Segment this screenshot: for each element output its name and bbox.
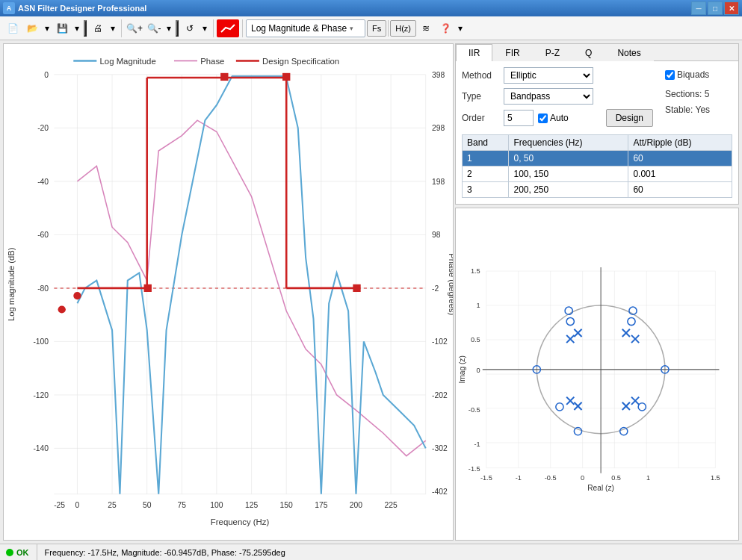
design-button[interactable]: Design	[606, 109, 653, 127]
svg-rect-60	[282, 73, 290, 81]
close-button[interactable]: ✕	[724, 1, 739, 15]
type-select[interactable]: Bandpass	[504, 88, 593, 105]
ok-indicator: OK	[6, 548, 29, 557]
dropdown-arrow5[interactable]: ▾	[200, 19, 210, 37]
band-cell: 2	[463, 167, 509, 182]
tabs: IIR FIR P-Z Q Notes	[456, 44, 738, 61]
svg-text:25: 25	[108, 501, 117, 509]
new-button[interactable]: 📄	[3, 19, 22, 37]
svg-text:0: 0	[477, 367, 480, 374]
att-cell: 60	[628, 182, 732, 198]
svg-text:125: 125	[245, 501, 259, 509]
biquads-label[interactable]: Biquads	[665, 67, 732, 84]
svg-text:298: 298	[432, 125, 445, 133]
table-row[interactable]: 2 100, 150 0.001	[463, 167, 732, 182]
chart-type-dropdown[interactable]: Log Magnitude & Phase ▾	[246, 19, 365, 37]
svg-text:-60: -60	[37, 231, 49, 240]
svg-text:-1: -1	[516, 474, 522, 482]
svg-text:-1.5: -1.5	[480, 474, 492, 482]
method-row: Method Elliptic	[462, 67, 653, 84]
dropdown-arrow1[interactable]: ▾	[42, 19, 52, 37]
freq-cell: 100, 150	[509, 167, 628, 182]
signal-button[interactable]: ≋	[416, 19, 436, 37]
svg-text:-0.5: -0.5	[469, 406, 480, 414]
toolbar: 📄 📂 ▾ 💾 ▾ 🖨 ▾ 🔍+ 🔍- ▾ ↺ ▾ Log Magnitude …	[0, 16, 742, 40]
zoom-in-button[interactable]: 🔍+	[125, 19, 144, 37]
freq-col-header: Frequencies (Hz)	[509, 135, 628, 151]
dropdown-arrow6[interactable]: ▾	[455, 19, 466, 37]
svg-text:225: 225	[384, 501, 398, 509]
method-select[interactable]: Elliptic	[504, 67, 593, 84]
svg-text:Phase: Phase	[200, 57, 224, 66]
refresh-button[interactable]: ↺	[180, 19, 200, 37]
minimize-button[interactable]: ─	[691, 1, 706, 15]
svg-text:100: 100	[210, 501, 223, 509]
status-separator	[37, 544, 37, 561]
svg-text:-302: -302	[432, 445, 448, 453]
open-button[interactable]: 📂	[22, 19, 42, 37]
biquads-checkbox[interactable]	[665, 70, 675, 80]
stable-row: Stable: Yes	[665, 102, 732, 119]
freq-cell: 0, 50	[509, 151, 628, 167]
auto-checkbox-label[interactable]: Auto	[538, 113, 569, 123]
type-row: Type Bandpass	[462, 88, 653, 105]
right-info-panel: Biquads Sections: 5 Stable: Yes	[665, 67, 732, 131]
title-bar: A ASN Filter Designer Professional ─ □ ✕	[0, 0, 742, 16]
app-icon: A	[3, 2, 15, 14]
help-button[interactable]: ❓	[436, 19, 455, 37]
fs-button[interactable]: Fs	[367, 20, 386, 37]
svg-point-64	[58, 305, 66, 313]
tab-iir[interactable]: IIR	[456, 44, 492, 61]
svg-text:-20: -20	[37, 125, 49, 133]
svg-text:-120: -120	[33, 391, 49, 399]
dropdown-arrow3[interactable]: ▾	[108, 19, 118, 37]
band-col-header: Band	[463, 135, 509, 151]
tab-panel: IIR FIR P-Z Q Notes Method Elliptic	[455, 43, 739, 205]
svg-text:Log Magnitude: Log Magnitude	[99, 57, 155, 66]
band-cell: 3	[463, 182, 509, 198]
tab-q[interactable]: Q	[572, 44, 605, 61]
att-cell: 60	[628, 151, 732, 167]
svg-text:150: 150	[280, 501, 294, 509]
hz-button[interactable]: H(z)	[390, 20, 416, 37]
sections-value: 5	[705, 89, 710, 99]
zoom-out-button[interactable]: 🔍-	[144, 19, 164, 37]
svg-rect-61	[144, 284, 152, 292]
auto-checkbox[interactable]	[538, 113, 548, 123]
main-area: Log Magnitude Phase Design Specification	[0, 40, 742, 544]
svg-text:0.5: 0.5	[471, 336, 480, 343]
svg-text:98: 98	[432, 231, 441, 240]
ok-label: OK	[16, 548, 29, 557]
svg-text:1: 1	[646, 474, 650, 482]
order-input[interactable]	[504, 110, 534, 126]
svg-text:-25: -25	[54, 501, 65, 509]
svg-text:-1.5: -1.5	[469, 465, 480, 473]
band-cell: 1	[463, 151, 509, 167]
maximize-button[interactable]: □	[708, 1, 723, 15]
svg-rect-0	[4, 44, 453, 540]
svg-text:200: 200	[350, 501, 363, 509]
svg-text:-0.5: -0.5	[545, 474, 557, 482]
separator3	[388, 20, 389, 37]
table-row[interactable]: 3 200, 250 60	[463, 182, 732, 198]
sections-row: Sections: 5	[665, 87, 732, 103]
dropdown-arrow4[interactable]: ▾	[164, 19, 174, 37]
table-row[interactable]: 1 0, 50 60	[463, 151, 732, 167]
dropdown-arrow2[interactable]: ▾	[72, 19, 82, 37]
att-cell: 0.001	[628, 167, 732, 182]
svg-rect-62	[353, 284, 360, 292]
order-label: Order	[462, 113, 499, 123]
plot-type-icon[interactable]	[217, 19, 239, 37]
svg-text:Phase (degrees): Phase (degrees)	[448, 253, 453, 315]
method-label: Method	[462, 70, 499, 81]
svg-text:-102: -102	[432, 338, 448, 346]
svg-text:0: 0	[44, 71, 49, 79]
tab-pz[interactable]: P-Z	[533, 44, 572, 61]
separator-btn	[84, 20, 87, 37]
print-button[interactable]: 🖨	[88, 19, 108, 37]
svg-text:-202: -202	[432, 391, 448, 399]
tab-notes[interactable]: Notes	[605, 44, 653, 61]
tab-fir[interactable]: FIR	[492, 44, 532, 61]
svg-text:0: 0	[581, 474, 584, 482]
save-button[interactable]: 💾	[52, 19, 72, 37]
